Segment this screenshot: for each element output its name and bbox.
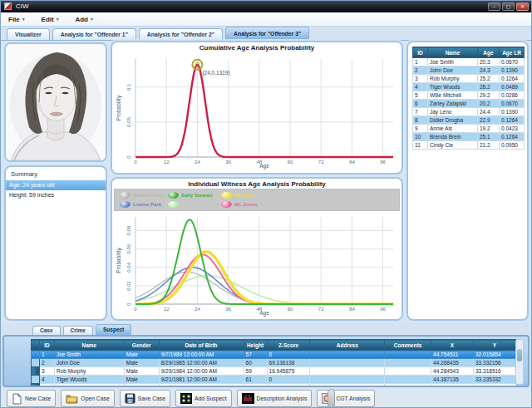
column-header[interactable]: Date of Birth (159, 340, 244, 351)
column-header[interactable]: Z-Score (267, 340, 310, 351)
row-selector[interactable] (32, 384, 40, 386)
legend-item-sally-stewart[interactable]: Sally Stewart (168, 191, 221, 199)
open-case-button[interactable]: Open Case (61, 390, 114, 407)
svg-text:60: 60 (288, 307, 293, 312)
row-selector[interactable] (32, 359, 40, 367)
column-header[interactable]: Y (474, 340, 516, 351)
cell: Joe Smith (54, 351, 124, 359)
table-row[interactable]: 8Didier Drogba22.90.1264 (413, 116, 525, 125)
cell: 0.0423 (500, 125, 525, 133)
table-row[interactable]: 9Annie Als19.20.0423 (413, 125, 525, 133)
column-header[interactable]: ID (39, 340, 54, 351)
summary-item[interactable]: Age: 24 years old (6, 180, 106, 190)
tab-analysis-for-offender-2[interactable]: Analysis for "Offender 2" (139, 28, 223, 40)
cell: 8 (413, 116, 428, 125)
legend-item-steven-chan[interactable]: Steven Chan (120, 191, 168, 199)
table-row[interactable]: 3Rob MurphyMale9/29/1984 12:00:00 AM5916… (32, 367, 516, 376)
menu-file[interactable]: File▾ (8, 16, 25, 23)
table-row[interactable]: 1Joe Smith20.30.0670 (413, 58, 525, 66)
column-header[interactable]: ID (413, 47, 428, 58)
column-header[interactable]: Gender (124, 340, 159, 351)
table-row[interactable]: 11Cindy Cie21.20.0950 (413, 141, 525, 150)
new-case-button[interactable]: New Case (7, 390, 56, 407)
add-suspect-button[interactable]: Add Suspect (175, 390, 232, 407)
column-header[interactable]: Height (244, 340, 267, 351)
bottom-tab-crime[interactable]: Crime (63, 326, 93, 335)
column-header[interactable]: Age LR (500, 47, 525, 58)
cell: 33.034363 (474, 384, 516, 386)
table-row[interactable]: 7Jay Leno24.40.1390 (413, 108, 525, 116)
summary-item[interactable]: Height: 59 inches (6, 190, 106, 200)
button-label: Description Analysis (257, 396, 308, 401)
legend-item-mr-jones[interactable]: Mr. Jones (221, 200, 397, 209)
cell: 25.2 (478, 75, 500, 83)
save-case-button[interactable]: Save Case (120, 390, 170, 407)
bottom-tab-case[interactable]: Case (32, 326, 61, 335)
cell: 44.284543 (431, 367, 474, 376)
table-row[interactable]: 4Tiger Woods28.20.0489 (413, 83, 525, 91)
tab-analysis-for-offender-3[interactable]: Analysis for "Offender 3" (225, 27, 309, 40)
cell: 0.1390 (500, 108, 525, 116)
tab-visualizer[interactable]: Visualizer (7, 28, 50, 40)
row-selector-header (32, 340, 40, 351)
cell: 0.1264 (500, 75, 525, 83)
legend-item-louise-park[interactable]: Louise Park (120, 200, 168, 209)
cell: 33.318516 (474, 367, 516, 376)
scrollbar-thumb[interactable] (517, 349, 522, 361)
table-row[interactable]: 2John Doe24.30.1390 (413, 66, 525, 75)
column-header[interactable]: Address (310, 340, 385, 351)
cell: 33.332156 (474, 359, 516, 367)
table-row[interactable]: 6Zarley Zalapski20.20.0670 (413, 100, 525, 108)
cell: 59 (244, 367, 267, 376)
cgt-analysis-button[interactable]: CGT Analysis (317, 390, 375, 407)
cell: John Doe (54, 359, 124, 367)
table-row[interactable]: 5Wille Mitchell29.20.0286 (413, 91, 525, 100)
maximize-button[interactable]: ▢ (502, 2, 515, 11)
table-row[interactable]: 1Joe SmithMale9/7/1989 12:00:00 AM57044.… (32, 351, 516, 359)
title-bar[interactable]: CIW –▢✕ (1, 1, 531, 12)
row-selector[interactable] (32, 351, 40, 359)
table-row[interactable]: 5Wille MitchellMale9/29/1980 12:00:00 AM… (32, 384, 516, 386)
table-row[interactable]: 2John DoeMale8/29/1985 12:00:00 AM6069.1… (32, 359, 516, 367)
column-header[interactable]: Comments (385, 340, 431, 351)
column-header[interactable]: Name (428, 47, 478, 58)
cell: 8/29/1985 12:00:00 AM (159, 359, 244, 367)
close-button[interactable]: ✕ (516, 2, 529, 11)
menu-edit[interactable]: Edit▾ (42, 16, 59, 23)
column-header[interactable]: X (431, 340, 474, 351)
cell: Male (124, 384, 159, 386)
save-case-icon (125, 393, 135, 404)
column-header[interactable]: Age (478, 47, 500, 58)
app-window: CIW –▢✕ File▾Edit▾Add▾ VisualizerAnalysi… (0, 0, 532, 408)
cell: 7 (413, 108, 428, 116)
vertical-scrollbar[interactable] (515, 339, 524, 385)
header-row: IDNameAgeAge LR (413, 47, 525, 58)
column-header[interactable]: Name (54, 340, 124, 351)
table-row[interactable]: 10Brenda Brein25.10.1264 (413, 133, 525, 141)
window-controls: –▢✕ (488, 2, 529, 11)
legend-item-mr-ivory[interactable]: Mr. Ivory (221, 191, 397, 199)
menu-add[interactable]: Add▾ (75, 16, 92, 23)
cell: Tiger Woods (54, 376, 124, 384)
chevron-down-icon: ▾ (91, 17, 93, 22)
new-case-icon (12, 393, 22, 405)
row-selector[interactable] (32, 376, 40, 384)
button-label: CGT Analysis (336, 396, 370, 401)
legend-item-unlabeled[interactable] (168, 200, 221, 209)
cell: 0 (267, 351, 310, 359)
description-analysis-button[interactable]: Description Analysis (237, 390, 313, 407)
table-row[interactable]: 3Rob Murphy25.20.1264 (413, 75, 525, 83)
summary-title: Summary (11, 170, 106, 178)
row-selector[interactable] (32, 367, 40, 376)
main-tab-strip: VisualizerAnalysis for "Offender 1"Analy… (7, 27, 531, 40)
cell: 0.0286 (500, 91, 525, 100)
menu-label: Add (75, 16, 88, 23)
legend-color-dot (120, 201, 131, 208)
svg-text:72: 72 (318, 160, 324, 165)
bottom-tab-suspect[interactable]: Suspect (96, 324, 131, 335)
legend-label: Mr. Jones (234, 202, 258, 207)
minimize-button[interactable]: – (488, 2, 500, 11)
tab-analysis-for-offender-1[interactable]: Analysis for "Offender 1" (52, 28, 136, 40)
legend-label: Louise Park (133, 202, 161, 207)
table-row[interactable]: 4Tiger WoodsMale9/21/1981 12:00:00 AM610… (32, 376, 516, 384)
